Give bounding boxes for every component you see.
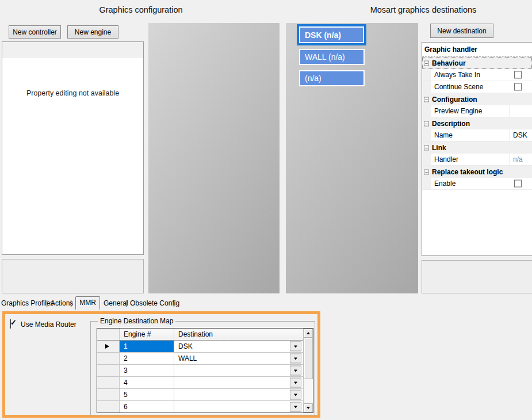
property-editor-header-strip	[2, 42, 143, 58]
collapse-minus-icon[interactable]	[424, 97, 429, 102]
destination-cell[interactable]	[174, 389, 303, 401]
destination-wall-button[interactable]: WALL (n/a)	[299, 49, 365, 65]
category-label: Configuration	[432, 96, 477, 104]
destination-dropdown-button[interactable]	[290, 402, 301, 412]
engine-cell[interactable]: 3	[120, 365, 174, 377]
category-behaviour[interactable]: Behaviour	[422, 57, 532, 69]
destination-value: WALL	[178, 354, 197, 362]
destination-dropdown-button[interactable]	[290, 390, 301, 400]
table-row: 2 WALL	[97, 353, 303, 365]
arrow-up-icon	[307, 332, 310, 334]
category-description[interactable]: Description	[422, 117, 532, 129]
property-label: Name	[422, 131, 453, 139]
destination-dropdown-button[interactable]	[290, 342, 301, 352]
category-label: Description	[432, 120, 470, 128]
chevron-down-icon	[294, 394, 297, 396]
engine-destination-table: Engine # Destination 1 DSK 2 WALL	[97, 328, 313, 413]
table-row: 1 DSK	[97, 341, 303, 353]
row-selector[interactable]	[97, 389, 120, 401]
property-label: Enable	[422, 180, 456, 188]
arrow-down-icon	[307, 407, 310, 409]
collapse-minus-icon[interactable]	[424, 60, 429, 66]
collapse-minus-icon[interactable]	[424, 145, 429, 150]
destination-dropdown-button[interactable]	[290, 366, 301, 376]
destination-dsk-label: DSK (n/a)	[299, 26, 364, 43]
category-label: Replace takeout logic	[432, 168, 503, 176]
tab-obsolete-config[interactable]: Obsolete Config	[130, 299, 179, 307]
graphics-configuration-title: Graphics configuration	[0, 5, 282, 14]
engine-destination-map-label: Engine Destination Map	[98, 317, 175, 325]
engine-cell[interactable]: 1	[120, 341, 174, 353]
scrollbar-thumb[interactable]	[304, 338, 313, 379]
destination-dropdown-button[interactable]	[290, 354, 301, 364]
category-link[interactable]: Link	[422, 142, 532, 154]
tab-separator	[173, 299, 175, 307]
destination-cell[interactable]: WALL	[174, 353, 303, 365]
property-editor-panel: Property editing not available	[2, 41, 144, 255]
continue-scene-checkbox[interactable]	[514, 83, 522, 91]
use-media-router-checkbox[interactable]	[10, 319, 11, 329]
category-configuration[interactable]: Configuration	[422, 93, 532, 105]
row-selector[interactable]	[97, 365, 120, 377]
row-selector[interactable]	[97, 401, 120, 413]
engine-cell[interactable]: 5	[120, 389, 174, 401]
destination-cell[interactable]: DSK	[174, 341, 303, 353]
tab-mmr[interactable]: MMR	[75, 296, 100, 310]
new-engine-button[interactable]: New engine	[67, 25, 118, 39]
use-media-router-label: Use Media Router	[21, 320, 76, 329]
scroll-down-button[interactable]	[304, 403, 313, 413]
collapse-minus-icon[interactable]	[424, 121, 429, 126]
category-replace-takeout-logic[interactable]: Replace takeout logic	[422, 166, 532, 178]
chevron-down-icon	[294, 345, 297, 348]
property-editing-message: Property editing not available	[2, 89, 143, 97]
vertical-scrollbar[interactable]	[303, 329, 313, 413]
destination-na-button[interactable]: (n/a)	[299, 70, 365, 86]
table-header-row: Engine # Destination	[97, 329, 303, 341]
property-row-handler[interactable]: Handler n/a	[422, 154, 532, 166]
engine-cell[interactable]: 6	[120, 401, 174, 413]
row-selector[interactable]	[97, 341, 120, 353]
row-selector-header	[97, 329, 120, 340]
destination-cell[interactable]	[174, 401, 303, 413]
property-value-name[interactable]: DSK	[509, 129, 527, 141]
always-take-in-checkbox[interactable]	[514, 71, 522, 79]
table-row: 3	[97, 365, 303, 377]
property-row-name[interactable]: Name DSK	[422, 129, 532, 142]
property-label: Always Take In	[422, 71, 480, 79]
scroll-up-button[interactable]	[304, 329, 313, 338]
property-row-enable[interactable]: Enable	[422, 178, 532, 190]
destination-dsk-button[interactable]: DSK (n/a)	[297, 24, 366, 45]
tab-separator	[46, 299, 48, 307]
enable-checkbox[interactable]	[514, 180, 522, 188]
tab-general[interactable]: General	[104, 299, 128, 307]
row-selector[interactable]	[97, 377, 120, 389]
table-row: 4	[97, 377, 303, 389]
row-selector[interactable]	[97, 353, 120, 365]
destination-cell[interactable]	[174, 377, 303, 389]
category-label: Behaviour	[432, 59, 466, 67]
property-label: Preview Engine	[422, 107, 482, 115]
new-controller-button[interactable]: New controller	[9, 25, 61, 39]
chevron-down-icon	[294, 369, 297, 372]
chevron-down-icon	[294, 381, 297, 384]
right-bottom-panel	[422, 260, 532, 293]
engine-cell[interactable]: 2	[120, 353, 174, 365]
engine-column-header[interactable]: Engine #	[120, 329, 174, 340]
new-destination-button[interactable]: New destination	[430, 24, 493, 38]
collapse-minus-icon[interactable]	[424, 169, 429, 174]
chevron-down-icon	[294, 406, 297, 408]
graphic-handler-property-grid: Graphic handler Behaviour Always Take In…	[422, 42, 532, 256]
category-label: Link	[432, 144, 446, 152]
property-grid-title: Graphic handler	[422, 43, 532, 57]
engine-cell[interactable]: 4	[120, 377, 174, 389]
destination-column-header[interactable]: Destination	[174, 329, 303, 340]
graphics-engines-area	[148, 23, 280, 293]
property-row-continue-scene[interactable]: Continue Scene	[422, 81, 532, 93]
property-value-handler[interactable]: n/a	[509, 154, 523, 165]
property-row-preview-engine[interactable]: Preview Engine	[422, 105, 532, 117]
property-row-always-take-in[interactable]: Always Take In	[422, 69, 532, 81]
destination-cell[interactable]	[174, 365, 303, 377]
destination-dropdown-button[interactable]	[290, 378, 301, 388]
property-value[interactable]	[509, 105, 513, 117]
table-row: 5	[97, 389, 303, 401]
